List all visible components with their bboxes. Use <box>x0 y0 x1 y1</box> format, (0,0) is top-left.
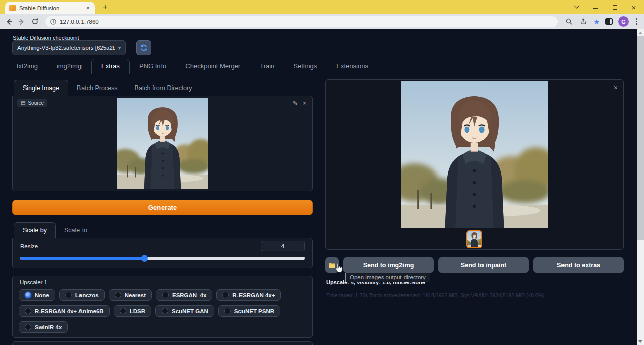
resize-slider[interactable] <box>20 255 305 262</box>
scale-tab[interactable]: Scale to <box>56 223 96 238</box>
source-grid-icon: ▤ <box>21 100 25 106</box>
checkpoint-value: Anything-V3-fp32.safetensors [625a2ba2] <box>17 45 115 51</box>
reload-button[interactable] <box>30 17 39 26</box>
radio-icon[interactable] <box>222 292 229 298</box>
tab-close-icon[interactable]: × <box>85 4 91 12</box>
right-column: × Send to img2imgSend to inpaintSend to … <box>325 79 624 298</box>
source-tab[interactable]: Batch Process <box>68 80 126 96</box>
toolbar-right: ★ G <box>564 16 640 27</box>
upscaler-option-label: None <box>35 292 49 298</box>
slider-handle[interactable] <box>141 255 148 262</box>
tab-title: Stable Diffusion <box>19 5 81 11</box>
radio-icon[interactable] <box>120 308 126 314</box>
clear-image-icon[interactable]: × <box>303 100 306 107</box>
main-tab[interactable]: Settings <box>284 59 327 74</box>
radio-icon[interactable] <box>25 308 31 314</box>
source-image-panel[interactable]: ▤ Source ✎ × <box>12 96 313 191</box>
send-button[interactable]: Send to img2img <box>343 257 434 273</box>
browser-toolbar: 127.0.0.1:7860 ★ G <box>0 14 644 29</box>
refresh-checkpoint-button[interactable] <box>136 40 151 55</box>
chevron-down-icon: ▾ <box>118 45 121 51</box>
main-tab[interactable]: Extras <box>91 59 130 74</box>
left-column: Single ImageBatch ProcessBatch from Dire… <box>12 79 313 345</box>
radio-icon[interactable] <box>25 292 31 298</box>
send-buttons: Send to img2imgSend to inpaintSend to ex… <box>343 257 624 273</box>
upscaler-option[interactable]: None <box>19 289 55 301</box>
minimize-button[interactable] <box>592 3 600 11</box>
upscaler-option[interactable]: ScuNET GAN <box>155 305 214 317</box>
main-tab[interactable]: txt2img <box>7 59 47 74</box>
source-tab[interactable]: Batch from Directory <box>126 80 201 96</box>
upscaler-option[interactable]: Lanczos <box>59 289 105 301</box>
send-button[interactable]: Send to extras <box>533 257 624 273</box>
site-info-icon[interactable] <box>50 19 56 25</box>
send-button[interactable]: Send to inpaint <box>438 257 529 273</box>
bookmark-star-icon[interactable]: ★ <box>593 18 600 25</box>
close-window-button[interactable]: × <box>630 3 638 11</box>
main-tab[interactable]: img2img <box>47 59 91 74</box>
upscaler-option-label: ScuNET PSNR <box>234 308 274 314</box>
upscaler-option[interactable]: R-ESRGAN 4x+ Anime6B <box>19 305 110 317</box>
radio-icon[interactable] <box>115 292 121 298</box>
radio-icon[interactable] <box>162 308 168 314</box>
radio-icon[interactable] <box>224 308 231 314</box>
upscaler-option[interactable]: ScuNET PSNR <box>218 305 280 317</box>
main-tab[interactable]: Extensions <box>327 59 378 74</box>
source-image <box>117 98 208 189</box>
thumbnail-image <box>467 231 481 247</box>
resize-value-input[interactable] <box>261 241 305 251</box>
upscaler-option[interactable]: Nearest <box>109 289 152 301</box>
checkpoint-dropdown[interactable]: Anything-V3-fp32.safetensors [625a2ba2] … <box>12 40 126 55</box>
main-tab[interactable]: Train <box>250 59 284 74</box>
side-panel-icon[interactable] <box>605 18 613 25</box>
radio-icon[interactable] <box>162 292 169 298</box>
upscaler-option-label: Lanczos <box>75 292 99 298</box>
scroll-up-icon[interactable] <box>637 29 644 36</box>
radio-icon[interactable] <box>65 292 72 298</box>
image-source-tabs: Single ImageBatch ProcessBatch from Dire… <box>12 79 313 96</box>
scale-tab[interactable]: Scale by <box>14 222 56 238</box>
url-bar[interactable]: 127.0.0.1:7860 <box>45 16 558 27</box>
upscaler-option[interactable]: ESRGAN_4x <box>156 289 212 301</box>
main-tab[interactable]: PNG Info <box>130 59 176 74</box>
profile-avatar[interactable]: G <box>618 16 629 27</box>
tooltip: Open images output directory <box>345 273 430 282</box>
source-tab[interactable]: Single Image <box>14 80 68 96</box>
upscaler-option-label: ESRGAN_4x <box>172 292 206 298</box>
upscaler-option-label: R-ESRGAN 4x+ <box>232 292 275 298</box>
upscaler-option[interactable]: SwinIR 4x <box>19 321 68 333</box>
upscaler-option[interactable]: LDSR <box>114 305 151 317</box>
generate-button[interactable]: Generate <box>12 200 313 215</box>
main-tabs: txt2imgimg2imgExtrasPNG InfoCheckpoint M… <box>7 60 631 74</box>
output-thumbnail[interactable] <box>466 230 482 248</box>
thumbnail-strip <box>326 230 623 248</box>
browser-tab[interactable]: Stable Diffusion × <box>5 2 95 14</box>
tab-search-icon[interactable] <box>573 3 581 11</box>
zoom-icon[interactable] <box>564 17 573 26</box>
scale-by-panel: Resize <box>12 238 313 268</box>
scale-tabs: Scale byScale to <box>12 222 313 238</box>
page: Stable Diffusion checkpoint Anything-V3-… <box>0 29 644 345</box>
upscaler-option[interactable]: R-ESRGAN 4x+ <box>216 289 281 301</box>
forward-button[interactable] <box>17 17 26 26</box>
favicon <box>9 5 16 11</box>
upscaler-option-label: SwinIR 4x <box>35 324 62 330</box>
upscaler-option-label: R-ESRGAN 4x+ Anime6B <box>35 308 104 314</box>
upscaler-2-block: Upscaler 2 None Lanczos Neare <box>12 341 313 345</box>
gallery-close-icon[interactable]: × <box>614 84 618 91</box>
share-icon[interactable] <box>579 17 588 26</box>
scroll-down-icon[interactable] <box>637 338 644 345</box>
back-button[interactable] <box>4 17 13 26</box>
page-scrollbar[interactable] <box>637 29 644 345</box>
main-tab[interactable]: Checkpoint Merger <box>176 59 250 74</box>
maximize-button[interactable] <box>611 3 619 11</box>
edit-image-icon[interactable]: ✎ <box>293 100 298 107</box>
new-tab-button[interactable]: + <box>99 1 112 13</box>
upscaler-option-label: Nearest <box>125 292 146 298</box>
scrollbar-thumb[interactable] <box>637 36 644 240</box>
output-image[interactable] <box>401 81 548 228</box>
footer-stats-text: Time taken: 1.25s Torch active/reserved:… <box>326 292 624 298</box>
radio-icon[interactable] <box>25 324 31 330</box>
browser-menu-icon[interactable] <box>634 18 639 25</box>
send-actions: Send to img2imgSend to inpaintSend to ex… <box>325 257 624 273</box>
